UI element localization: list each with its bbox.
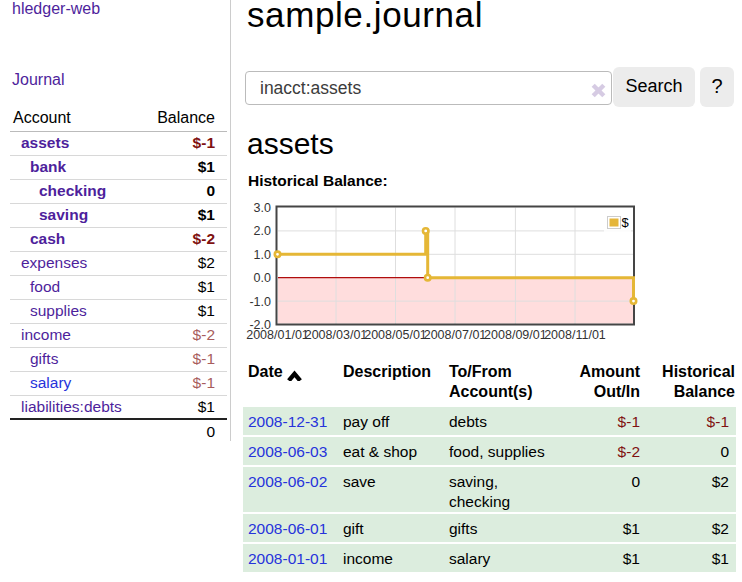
svg-text:2008/05/01: 2008/05/01 (364, 328, 427, 342)
svg-text:2008/01/01: 2008/01/01 (246, 328, 309, 342)
svg-text:0.0: 0.0 (254, 271, 271, 285)
svg-text:1.0: 1.0 (254, 248, 271, 262)
svg-text:$: $ (622, 215, 630, 230)
svg-text:2.0: 2.0 (254, 224, 271, 238)
svg-text:-1.0: -1.0 (249, 295, 271, 309)
svg-text:2008/03/01: 2008/03/01 (305, 328, 368, 342)
svg-text:2008/07/01: 2008/07/01 (424, 328, 487, 342)
svg-text:2008/11/01: 2008/11/01 (544, 328, 606, 342)
svg-text:3.0: 3.0 (254, 201, 271, 215)
svg-text:2008/09/01: 2008/09/01 (484, 328, 547, 342)
